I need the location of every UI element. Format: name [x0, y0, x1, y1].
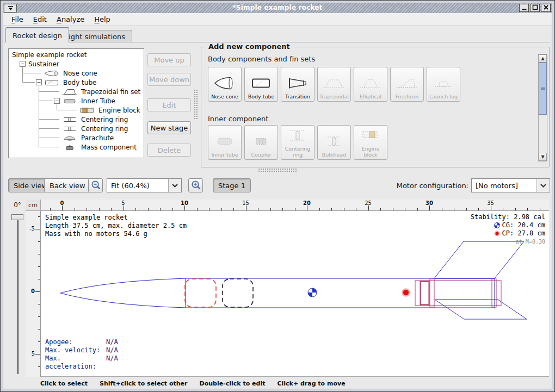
centeringring-icon	[61, 116, 78, 123]
menu-file[interactable]: File	[7, 14, 28, 25]
menu-edit[interactable]: Edit	[28, 14, 52, 25]
tree-item-sustainer[interactable]: −Sustainer	[9, 59, 144, 69]
title-bar[interactable]: *Simple example rocket	[3, 3, 552, 14]
section-label-body: Body components and fin sets	[208, 55, 315, 63]
status-hints: Click to selectShift+click to select oth…	[40, 380, 357, 387]
centering-ring-2-outline[interactable]	[492, 279, 496, 307]
finelliptical-icon	[359, 72, 383, 94]
flight-data: Apogee:N/AMax. velocity:N/AMax. accelera…	[45, 338, 118, 371]
tree-item-inner-tube[interactable]: −Inner Tube	[9, 96, 144, 105]
zoom-select[interactable]: Fit (60.4%)	[107, 178, 182, 192]
innertube2-icon	[213, 130, 237, 152]
tree-item-mass-component[interactable]: Mass component	[9, 142, 144, 152]
menu-help[interactable]: Help	[89, 14, 115, 25]
rotation-slider-handle[interactable]	[11, 214, 23, 220]
minimize-button[interactable]	[519, 4, 529, 12]
hint: Shift+click to select other	[100, 380, 188, 387]
rotation-angle-label: 0°	[9, 200, 26, 210]
tree-item-body-tube[interactable]: −Body tube	[9, 78, 144, 87]
tree-item-centering-ring[interactable]: Centering ring	[9, 124, 144, 133]
add-engine-block-button: Engine block	[354, 125, 387, 160]
info-line: Length 37.5 cm, max. diameter 2.5 cm	[45, 222, 187, 230]
info-line: Mass with no motors 54.6 g	[45, 230, 187, 238]
move-down-button: Move down	[147, 73, 191, 86]
tree-expander[interactable]: −	[36, 79, 42, 85]
back-view-button[interactable]: Back view	[44, 178, 91, 192]
close-button[interactable]	[541, 4, 551, 12]
component-scrollbar[interactable]: ▲ ▼	[538, 54, 547, 161]
window-title: *Simple example rocket	[3, 4, 552, 11]
vertical-splitter[interactable]	[194, 89, 198, 120]
engine-block-outline[interactable]	[421, 282, 429, 305]
engineblock2-icon	[359, 125, 383, 146]
add-coupler-button: Coupler	[244, 125, 278, 160]
edit-button: Edit	[147, 98, 191, 111]
ruler-unit-label: cm	[26, 200, 41, 211]
maximize-button[interactable]	[530, 4, 540, 12]
mach-label: at M=0.30	[471, 238, 545, 246]
motor-configuration-select[interactable]: [No motors]	[471, 178, 550, 192]
menu-bar: FileEditAnalyzeHelp	[3, 13, 552, 26]
menu-analyze[interactable]: Analyze	[52, 14, 89, 25]
parachute-outline[interactable]	[185, 279, 216, 307]
cp-value: CP: 27.8 cm	[502, 229, 545, 238]
hint: Click+ drag to move	[277, 380, 345, 387]
move-up-button: Move up	[147, 53, 191, 66]
section-label-inner: Inner component	[208, 115, 268, 123]
add-component-group: Add new component Body components and fi…	[201, 47, 550, 167]
fin-bottom[interactable]	[435, 300, 527, 319]
coupler-icon	[249, 130, 273, 152]
zoom-out-button[interactable]	[88, 178, 103, 192]
add-trapezoidal-button: Trapezoidal	[317, 67, 351, 102]
scroll-down-arrow[interactable]: ▼	[539, 153, 547, 161]
window-content: *Simple example rocket FileEditAnalyzeHe…	[3, 3, 552, 389]
finfreeform-icon	[395, 72, 419, 94]
hint: Click to select	[40, 380, 88, 387]
body-tube-outline[interactable]	[186, 278, 495, 308]
stage-1-toggle[interactable]: Stage 1	[213, 178, 251, 192]
tree-item-engine-block[interactable]: Engine block	[9, 105, 144, 115]
tree-item-trapezoidal-fin-set[interactable]: Trapezoidal fin set	[9, 87, 144, 96]
tree-item-parachute[interactable]: Parachute	[9, 133, 144, 142]
new-stage-button[interactable]: New stage	[147, 121, 191, 134]
add-inner-tube-button: Inner tube	[208, 125, 242, 160]
motor-configuration-label: Motor configuration:	[379, 182, 468, 190]
close-icon	[542, 3, 550, 13]
tree-expander[interactable]: −	[20, 61, 26, 67]
tree-item-centering-ring[interactable]: Centering ring	[9, 115, 144, 124]
horizontal-splitter[interactable]	[258, 168, 297, 173]
tree-expander[interactable]: −	[54, 98, 60, 104]
stability-value: Stability: 2.98 cal	[471, 213, 545, 221]
zoom-in-button[interactable]	[188, 178, 203, 192]
component-tree[interactable]: Simple example rocket−SustainerNose cone…	[8, 48, 144, 158]
fin-top[interactable]	[434, 241, 524, 278]
chevron-down-icon	[168, 179, 181, 192]
inner-tube-outline[interactable]	[415, 281, 501, 306]
nosecone-icon	[44, 70, 60, 77]
nose-cone-outline[interactable]	[60, 278, 186, 308]
add-body-tube-button[interactable]: Body tube	[244, 67, 278, 102]
rocket-canvas[interactable]: Simple example rocketLength 37.5 cm, max…	[41, 211, 549, 377]
mass-component-outline[interactable]	[223, 279, 253, 307]
scrollbar-thumb[interactable]	[539, 63, 547, 115]
centering-ring-1-outline[interactable]	[430, 279, 434, 307]
tree-item-simple-example-rocket[interactable]: Simple example rocket	[9, 50, 144, 59]
scroll-up-arrow[interactable]: ▲	[539, 54, 547, 63]
flight-stat: Apogee:N/A	[45, 338, 118, 346]
tab-rocket-design[interactable]: Rocket design	[5, 27, 69, 42]
rocket-info-text: Simple example rocketLength 37.5 cm, max…	[45, 214, 187, 238]
add-nose-cone-button[interactable]: Nose cone	[208, 67, 242, 102]
cp-legend-icon	[494, 231, 500, 237]
cg-legend-icon	[494, 222, 500, 228]
stability-info: Stability: 2.98 cal CG: 20.4 cm CP: 27.8…	[471, 213, 545, 246]
add-transition-button[interactable]: Transition	[281, 67, 314, 102]
vertical-ruler: -505	[26, 211, 41, 377]
group-title: Add new component	[206, 42, 293, 51]
centeringring2-icon	[286, 125, 310, 146]
add-elliptical-button: Elliptical	[354, 67, 387, 102]
engineblock-icon	[79, 107, 95, 114]
minimize-icon	[521, 3, 528, 13]
tree-item-nose-cone[interactable]: Nose cone	[9, 69, 144, 78]
parachute-icon	[61, 134, 78, 142]
tab-panel-border	[4, 42, 550, 42]
